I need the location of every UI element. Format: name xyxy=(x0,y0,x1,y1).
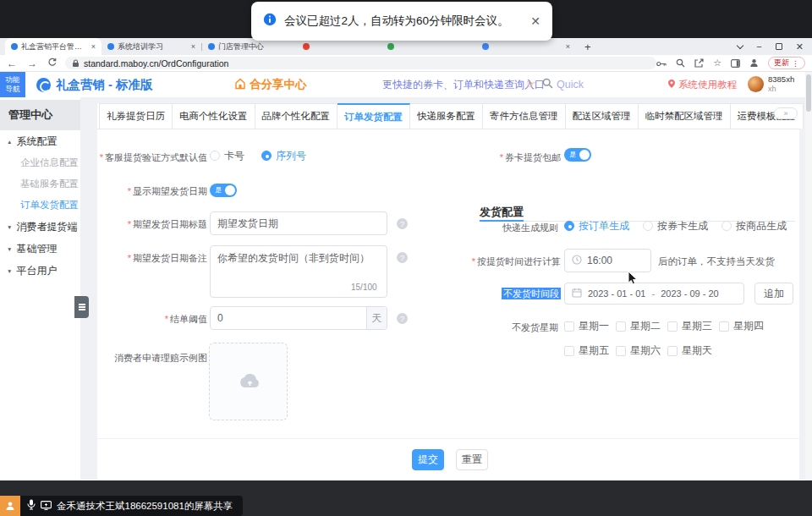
sidebar-group-consumer[interactable]: ▼ 消费者提货端 xyxy=(0,216,80,238)
browser-tab[interactable]: 系统培训学习 × xyxy=(102,38,201,55)
radio-card-number[interactable] xyxy=(210,151,220,161)
show-expect-date-toggle[interactable]: 是 xyxy=(210,184,237,197)
sidebar-title: 管理中心 xyxy=(0,100,80,130)
browser-tab-active[interactable]: 礼盒营销平台管理中心 × xyxy=(5,38,102,55)
checkbox-icon[interactable] xyxy=(564,346,574,356)
user-avatar[interactable] xyxy=(748,76,764,92)
expect-title-input[interactable] xyxy=(210,211,387,235)
browser-tab[interactable]: 门店管理中心 xyxy=(202,38,297,55)
url-text: standard.maboy.cn/OrdConfiguration xyxy=(84,58,228,69)
address-bar[interactable]: standard.maboy.cn/OrdConfiguration xyxy=(65,57,656,69)
free-shipping-toggle[interactable]: 是 xyxy=(564,148,591,162)
help-icon[interactable]: ? xyxy=(397,252,408,263)
sidebar-collapse-handle[interactable] xyxy=(74,296,89,318)
checkbox-icon[interactable] xyxy=(564,321,574,332)
bookmark-star-icon[interactable]: ☆ xyxy=(713,58,721,69)
sidebar-group-platform-user[interactable]: ▼ 平台用户 xyxy=(0,260,80,282)
date-start: 2023 - 01 - 01 xyxy=(588,288,646,299)
sidebar: 管理中心 ▲ 系统配置 企业信息配置 基础服务配置 订单发货配置 ▼ 消费者提货… xyxy=(0,97,80,480)
tab-favicon xyxy=(107,43,114,50)
key-icon[interactable] xyxy=(656,56,667,71)
date-range-picker[interactable]: 2023 - 01 - 01 - 2023 - 09 - 20 xyxy=(564,283,744,305)
radio-by-card[interactable] xyxy=(643,221,653,231)
chevron-down-icon[interactable] xyxy=(737,41,743,48)
bottom-band: 金禾通技术王斌18662591081的屏幕共享 xyxy=(0,480,812,516)
back-icon[interactable]: ← xyxy=(7,58,17,69)
scrollbar-thumb[interactable] xyxy=(806,74,811,112)
main-area: 礼券提货日历 电商个性化设置 品牌个性化配置 订单发货配置 快递服务配置 寄件方… xyxy=(80,97,812,480)
weekday-checkbox[interactable]: 星期三 xyxy=(667,319,712,333)
help-icon[interactable]: ? xyxy=(397,313,408,324)
checkbox-icon[interactable] xyxy=(667,346,678,356)
time-suffix-text: 后的订单，不支持当天发货 xyxy=(658,255,775,268)
sidebar-item-order-shipping[interactable]: 订单发货配置 xyxy=(0,195,80,216)
browser-tab[interactable] xyxy=(297,38,381,55)
radio-by-product[interactable] xyxy=(721,221,732,231)
zoom-icon[interactable] xyxy=(676,56,685,71)
window-maximize-button[interactable] xyxy=(776,43,782,50)
weekday-checkbox[interactable]: 星期四 xyxy=(719,319,764,333)
quick-search[interactable]: Quick xyxy=(542,77,584,92)
kebab-menu-icon[interactable]: ⋮ xyxy=(792,59,799,68)
tab-favicon xyxy=(208,43,215,50)
new-tab-button[interactable]: + xyxy=(584,41,591,53)
footer-divider xyxy=(97,438,799,439)
screen-icon xyxy=(41,498,52,513)
weekday-checkbox[interactable]: 星期一 xyxy=(564,319,609,333)
profile-icon[interactable] xyxy=(749,56,759,71)
checkbox-icon[interactable] xyxy=(616,321,626,332)
checkbox-icon[interactable] xyxy=(616,346,626,356)
date-end: 2023 - 09 - 20 xyxy=(661,288,719,299)
cloud-upload-icon xyxy=(236,371,261,392)
sidebar-group-system-config[interactable]: ▲ 系统配置 xyxy=(0,130,80,152)
share-icon[interactable] xyxy=(694,56,704,71)
checkbox-icon[interactable] xyxy=(719,321,729,332)
toast-close-icon[interactable]: ✕ xyxy=(530,14,540,28)
weekday-checkbox[interactable]: 星期五 xyxy=(564,343,609,358)
caret-down-icon: ▼ xyxy=(7,246,12,252)
side-panel-icon[interactable] xyxy=(731,56,740,71)
express-rule-radios: 按订单生成 按券卡生成 按商品生成 xyxy=(564,219,787,233)
sidebar-group-basic-mgmt[interactable]: ▼ 基础管理 xyxy=(0,238,80,260)
no-ship-period-label: 不发货时间段 xyxy=(425,288,561,300)
window-close-button[interactable]: ✕ xyxy=(796,41,804,52)
unit-suffix: 天 xyxy=(366,307,387,329)
refresh-icon[interactable] xyxy=(47,58,57,69)
settle-threshold-input[interactable] xyxy=(211,307,366,329)
sidebar-item-enterprise-info[interactable]: 企业信息配置 xyxy=(0,152,80,173)
radio-serial-number[interactable] xyxy=(261,151,272,161)
mouse-cursor xyxy=(628,271,639,289)
submit-button[interactable]: 提交 xyxy=(412,449,444,470)
time-value: 16:00 xyxy=(587,255,612,266)
reset-button[interactable]: 重置 xyxy=(456,449,488,470)
tab-close-icon[interactable]: × xyxy=(91,42,96,51)
append-button[interactable]: 追加 xyxy=(754,283,793,305)
toolbar-icons: ☆ 更新 ⋮ xyxy=(656,56,805,71)
show-expect-date-label: *显示期望发货日期 xyxy=(99,185,207,198)
scrollbar-track[interactable] xyxy=(805,72,812,480)
tab-close-icon[interactable]: × xyxy=(191,42,195,51)
browser-tab[interactable] xyxy=(381,38,476,55)
tutorial-link[interactable]: 系统使用教程 xyxy=(667,79,737,91)
tab-favicon xyxy=(11,43,18,50)
tab-close-icon[interactable]: × xyxy=(566,42,570,51)
char-counter: 15/100 xyxy=(351,283,377,292)
weekday-checkbox[interactable]: 星期天 xyxy=(667,343,712,358)
settle-threshold-label: *结单阈值 xyxy=(99,313,207,326)
window-minimize-button[interactable]: − xyxy=(756,41,761,52)
update-button[interactable]: 更新 ⋮ xyxy=(768,57,805,69)
browser-tab[interactable]: × xyxy=(476,38,576,55)
forward-icon[interactable]: → xyxy=(27,58,37,69)
sidebar-item-basic-service[interactable]: 基础服务配置 xyxy=(0,173,80,195)
share-center-link[interactable]: 合分享中心 xyxy=(234,77,307,92)
time-picker[interactable]: 16:00 xyxy=(564,249,651,272)
function-nav-button[interactable]: 功能 导航 xyxy=(0,72,25,97)
upload-dropzone[interactable] xyxy=(209,343,288,420)
radio-by-order[interactable] xyxy=(564,221,574,231)
claim-example-label: 消费者申请理赔示例图 xyxy=(99,352,207,365)
weekday-checkbox[interactable]: 星期六 xyxy=(616,343,661,358)
checkbox-icon[interactable] xyxy=(667,321,678,332)
search-icon xyxy=(542,77,553,92)
weekday-checkbox[interactable]: 星期二 xyxy=(616,319,661,333)
help-icon[interactable]: ? xyxy=(397,218,408,229)
